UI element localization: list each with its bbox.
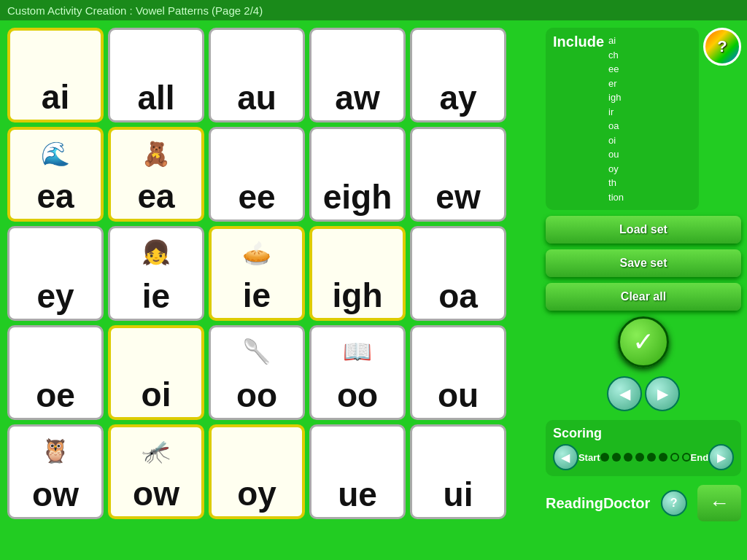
card-4-0[interactable]: 🦉ow xyxy=(7,424,104,519)
card-text-0-1: all xyxy=(137,81,174,114)
card-text-3-3: oo xyxy=(337,378,378,412)
card-0-4[interactable]: ay xyxy=(410,28,506,122)
card-text-4-1: ow xyxy=(133,477,179,510)
card-1-1[interactable]: 🧸ea xyxy=(108,127,204,222)
bottom-bar: ReadingDoctor ? ← xyxy=(546,485,741,521)
include-item-er: er xyxy=(608,77,624,91)
scoring-start-label: Start xyxy=(578,452,600,463)
title-bar: Custom Activity Creation : Vowel Pattern… xyxy=(0,0,747,20)
card-4-2[interactable]: oy xyxy=(209,424,305,519)
grid-row-0: aiallauaway xyxy=(7,28,533,122)
card-icon-owl: 🦉 xyxy=(41,432,70,469)
include-item-oa: oa xyxy=(608,119,624,133)
card-text-4-3: ue xyxy=(338,478,377,511)
include-item-ch: ch xyxy=(608,48,624,63)
card-text-4-0: ow xyxy=(32,478,79,511)
nav-buttons: ◀ ▶ xyxy=(546,376,741,411)
card-1-4[interactable]: ew xyxy=(410,127,506,222)
card-0-1[interactable]: all xyxy=(108,28,204,122)
card-text-3-4: ou xyxy=(438,378,479,412)
card-text-2-4: oa xyxy=(438,279,478,313)
card-3-1[interactable]: oi xyxy=(108,325,204,420)
card-2-1[interactable]: 👧ie xyxy=(108,226,204,321)
dot-filled xyxy=(635,453,644,462)
scoring-box: Scoring ◀ Start End ▶ xyxy=(546,420,741,476)
card-icon-pie: 🥧 xyxy=(242,235,271,271)
card-3-3[interactable]: 📖oo xyxy=(309,325,406,420)
card-4-3[interactable]: ue xyxy=(309,424,406,519)
grid-row-2: ey👧ie🥧ieighoa xyxy=(7,226,533,321)
card-text-3-1: oi xyxy=(142,378,171,411)
card-3-4[interactable]: ou xyxy=(410,325,506,420)
include-item-ai: ai xyxy=(608,34,624,48)
card-2-0[interactable]: ey xyxy=(7,226,104,321)
card-text-0-2: au xyxy=(237,81,276,114)
include-item-ee: ee xyxy=(608,62,624,77)
grid-row-4: 🦉ow🦟owoyueui xyxy=(7,424,533,519)
card-0-2[interactable]: au xyxy=(209,28,305,122)
include-label: Include xyxy=(553,34,604,50)
include-item-th: th xyxy=(608,176,624,190)
sidebar: Include aicheeerighiroaoiouoythtion ? Lo… xyxy=(540,20,747,560)
card-3-0[interactable]: oe xyxy=(7,325,104,420)
help-bottom-button[interactable]: ? xyxy=(661,490,687,516)
card-0-3[interactable]: aw xyxy=(309,28,406,122)
card-grid: aiallauaway🌊ea🧸eaeeeighewey👧ie🥧ieighoaoe… xyxy=(0,20,540,560)
card-2-2[interactable]: 🥧ie xyxy=(209,226,305,321)
grid-row-1: 🌊ea🧸eaeeeighew xyxy=(7,127,533,222)
include-item-ir: ir xyxy=(608,105,624,120)
nav-right-button[interactable]: ▶ xyxy=(645,376,680,411)
include-list: aicheeerighiroaoiouoythtion xyxy=(608,34,624,204)
card-text-1-4: ew xyxy=(436,180,480,214)
card-3-2[interactable]: 🥄oo xyxy=(209,325,305,420)
dot-filled xyxy=(647,453,656,462)
score-end-arrow[interactable]: ▶ xyxy=(708,444,734,470)
include-item-tion: tion xyxy=(608,190,624,205)
score-start-arrow[interactable]: ◀ xyxy=(553,444,578,470)
grid-row-3: oeoi🥄oo📖ooou xyxy=(7,325,533,420)
card-text-3-2: oo xyxy=(236,378,277,412)
card-text-0-3: aw xyxy=(335,81,379,114)
card-text-4-4: ui xyxy=(444,478,473,511)
card-icon-kids: 👧 xyxy=(142,234,171,271)
card-text-1-1: ea xyxy=(137,179,174,213)
card-2-4[interactable]: oa xyxy=(410,226,506,321)
check-button[interactable]: ✓ xyxy=(618,316,669,368)
scoring-inner: ◀ Start End ▶ xyxy=(553,444,734,470)
card-text-2-1: ie xyxy=(142,279,170,313)
card-text-0-0: ai xyxy=(42,80,69,114)
card-icon-bug: 🦟 xyxy=(142,433,171,470)
back-button[interactable]: ← xyxy=(697,485,741,521)
card-text-4-2: oy xyxy=(237,477,276,510)
card-icon-bear: 🧸 xyxy=(142,136,171,172)
clear-all-button[interactable]: Clear all xyxy=(546,283,741,311)
card-0-0[interactable]: ai xyxy=(7,28,104,122)
card-4-4[interactable]: ui xyxy=(410,424,506,519)
dot-filled xyxy=(659,453,667,462)
card-icon-wave: 🌊 xyxy=(41,136,70,172)
card-text-1-0: ea xyxy=(36,179,74,213)
card-1-2[interactable]: ee xyxy=(209,127,305,222)
dot-filled xyxy=(612,453,621,462)
scoring-end-label: End xyxy=(691,452,709,463)
card-2-3[interactable]: igh xyxy=(309,226,406,321)
dot-filled xyxy=(624,453,632,462)
card-1-0[interactable]: 🌊ea xyxy=(7,127,104,222)
main-area: aiallauaway🌊ea🧸eaeeeighewey👧ie🥧ieighoaoe… xyxy=(0,20,747,560)
include-item-oy: oy xyxy=(608,162,624,176)
scoring-title: Scoring xyxy=(553,426,734,441)
nav-left-button[interactable]: ◀ xyxy=(607,376,642,411)
card-1-3[interactable]: eigh xyxy=(309,127,406,222)
brand-text: ReadingDoctor xyxy=(546,495,650,512)
save-set-button[interactable]: Save set xyxy=(546,249,741,277)
card-text-3-0: oe xyxy=(36,378,75,412)
card-4-1[interactable]: 🦟ow xyxy=(108,424,204,519)
card-text-1-3: eigh xyxy=(323,180,392,214)
help-button[interactable]: ? xyxy=(703,28,741,66)
include-item-oi: oi xyxy=(608,133,624,148)
page-title: Custom Activity Creation : Vowel Pattern… xyxy=(7,4,263,17)
card-text-2-3: igh xyxy=(333,279,383,312)
load-set-button[interactable]: Load set xyxy=(546,216,741,244)
include-box: Include aicheeerighiroaoiouoythtion xyxy=(546,28,699,210)
card-text-0-4: ay xyxy=(439,81,476,114)
